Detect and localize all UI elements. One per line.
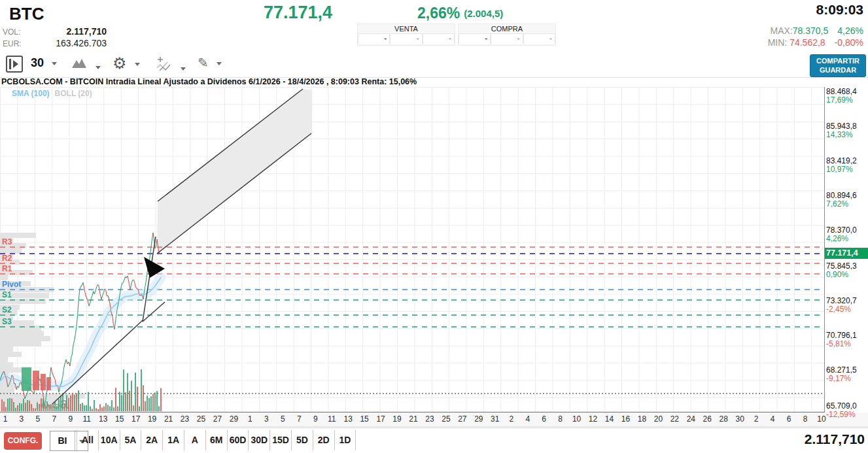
x-axis-label: 29 (474, 414, 483, 424)
y-axis-tick: 78.370,04,26% (826, 226, 857, 243)
current-price-badge: 77.171,4 (825, 248, 868, 259)
chart-title: PCBOLSA.COM - BITCOIN Intradia Lineal Aj… (1, 77, 417, 86)
y-axis-percent: -5,81% (826, 340, 857, 348)
x-axis-label: 9 (313, 414, 318, 424)
change-absolute: (2.004,5) (464, 8, 503, 19)
panel-toggle-icon[interactable] (6, 56, 23, 73)
x-axis-label: 6 (542, 414, 546, 424)
y-axis-percent: 7,62% (826, 200, 857, 209)
x-axis-label: 31 (491, 414, 499, 424)
draw-tools-dropdown[interactable]: ✎ (198, 55, 222, 71)
interval-dropdown[interactable]: 30 (31, 56, 57, 70)
x-axis-label: 13 (99, 414, 107, 424)
x-axis-label: 16 (621, 414, 630, 424)
x-axis-label: 18 (638, 414, 646, 424)
y-axis-percent: 14,33% (826, 131, 857, 139)
save-label: GUARDAR (810, 65, 865, 75)
max-percent: 4,26% (837, 25, 863, 36)
last-price: 77.171,4 (264, 3, 332, 23)
share-save-button[interactable]: COMPARTIR GUARDAR (810, 54, 866, 77)
x-axis-label: 17 (376, 414, 385, 424)
min-row: MIN: 74.562,8-0,80% (768, 37, 863, 48)
quote-cell: - (523, 33, 555, 44)
x-axis-label: 4 (525, 414, 530, 424)
timeframe-button-15d[interactable]: 15D (269, 430, 291, 450)
x-axis-label: 7 (52, 414, 57, 424)
y-axis-tick: 75.845,30,90% (826, 262, 857, 279)
timeframe-button-5d[interactable]: 5D (291, 430, 313, 450)
quote-cell: - (390, 33, 422, 44)
chart-style-caret-icon[interactable] (95, 66, 101, 69)
chart-toolbar: 30 ⚙ ✎ COMPARTIR GUARDAR (0, 52, 868, 78)
date-axis: 1357911131517192123252729135791113151719… (0, 412, 868, 427)
indicators-caret-icon[interactable] (181, 67, 186, 71)
pivot-labels-layer: R3R2R1PivotS1S2S3 (0, 87, 131, 412)
price-change: 2,66%(2.004,5) (417, 5, 503, 22)
min-value: 74.562,8 (790, 37, 825, 48)
timeframe-button-5a[interactable]: 5A (120, 430, 141, 450)
max-row: MAX:78.370,54,26% (771, 25, 863, 36)
min-percent: -0,80% (835, 37, 863, 48)
pivot-label-s3: S3 (2, 317, 12, 326)
timeframe-button-2a[interactable]: 2A (141, 430, 162, 450)
x-axis-label: 29 (230, 414, 238, 424)
x-axis-label: 23 (181, 414, 189, 424)
x-axis-label: 22 (670, 414, 679, 424)
x-axis-label: 2 (754, 414, 759, 424)
x-axis-label: 10 (817, 414, 825, 424)
y-axis-tick: 88.468,417,69% (826, 88, 857, 105)
indicators-dropdown[interactable] (156, 56, 186, 75)
x-axis-label: 5 (281, 414, 285, 424)
settings-dropdown[interactable]: ⚙ (113, 54, 140, 73)
date-axis-labels: 1357911131517192123252729135791113151719… (0, 412, 824, 426)
y-axis-tick: 65.709,0-12,59% (826, 402, 857, 419)
config-button[interactable]: CONFG. (4, 432, 42, 450)
x-axis-label: 6 (787, 414, 791, 424)
x-axis-label: 10 (572, 414, 581, 424)
chart-legend: SMA (100)BOLL (20) (12, 89, 92, 98)
quote-cell: - (423, 33, 455, 44)
x-axis-label: 8 (558, 414, 563, 424)
interval-caret-icon[interactable] (52, 62, 57, 65)
pivot-label-s2: S2 (2, 305, 12, 314)
timeframe-button-2d[interactable]: 2D (313, 430, 334, 450)
gear-icon: ⚙ (113, 54, 127, 72)
clock: 8:09:03 (816, 2, 863, 18)
mountain-chart-icon (71, 56, 88, 71)
compra-cells: --- (459, 33, 555, 44)
timeframe-button-30d[interactable]: 30D (248, 430, 269, 450)
chart-style-dropdown[interactable] (71, 56, 101, 73)
bi-value[interactable]: BI (50, 431, 75, 450)
x-axis-label: 25 (197, 414, 205, 424)
x-axis-label: 5 (36, 414, 41, 424)
timeframe-button-1a[interactable]: 1A (162, 430, 184, 450)
x-axis-label: 11 (83, 414, 91, 424)
venta-header: VENTA (358, 24, 455, 33)
x-axis-label: 9 (68, 414, 73, 424)
y-axis-percent: 17,69% (826, 96, 857, 105)
x-axis-label: 11 (328, 414, 336, 424)
compra-panel: COMPRA --- (458, 24, 556, 46)
venta-panel: VENTA --- (357, 24, 455, 46)
interval-value[interactable]: 30 (31, 56, 44, 69)
x-axis-label: 1 (248, 414, 252, 424)
bottom-toolbar: CONFG. BI All10A5A2A1AA6M60D30D15D5D2D1D… (0, 428, 868, 453)
timeframe-button-1d[interactable]: 1D (334, 430, 356, 450)
draw-caret-icon[interactable] (217, 62, 222, 65)
pivot-label-r1: R1 (2, 264, 12, 273)
x-axis-label: 15 (360, 414, 368, 424)
timeframe-button-all[interactable]: All (77, 430, 98, 450)
timeframe-button-10a[interactable]: 10A (98, 430, 120, 450)
settings-caret-icon[interactable] (135, 63, 140, 66)
timeframe-button-a[interactable]: A (184, 430, 205, 450)
x-axis-label: 23 (425, 414, 434, 424)
x-axis-label: 19 (148, 414, 156, 424)
timeframe-button-6m[interactable]: 6M (205, 430, 227, 450)
x-axis-label: 15 (115, 414, 124, 424)
symbol-title: BTC (9, 4, 44, 24)
x-axis-label: 3 (264, 414, 269, 424)
legend-sma: SMA (100) (12, 89, 50, 98)
timeframe-button-60d[interactable]: 60D (227, 430, 249, 450)
y-axis-tick: 83.419,210,97% (826, 157, 857, 174)
x-axis-label: 19 (392, 414, 401, 424)
